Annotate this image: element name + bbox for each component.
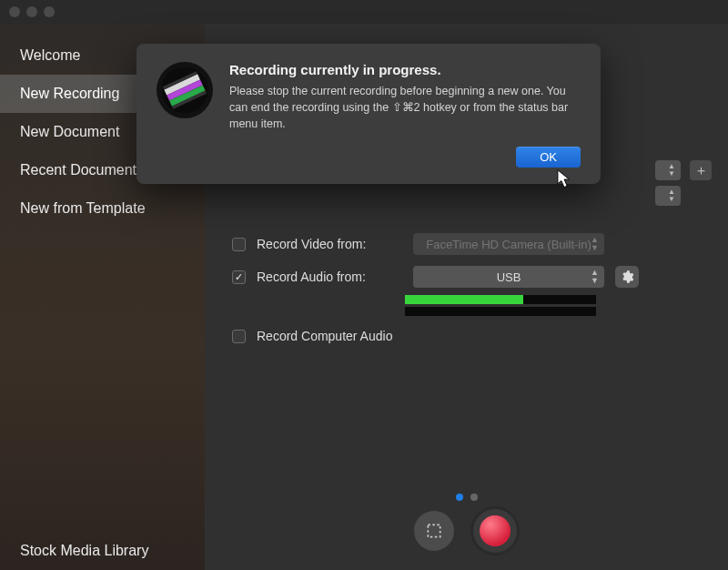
page-indicator [456,494,478,501]
audio-source-value: USB [497,270,521,284]
crop-selection-icon [425,522,443,540]
sidebar-item-stock-media-library[interactable]: Stock Media Library [0,532,205,570]
record-computer-audio-label: Record Computer Audio [257,329,392,343]
page-dot-1[interactable] [456,494,463,501]
recording-in-progress-dialog: Recording currently in progress. Please … [136,44,601,184]
audio-level-right [405,307,596,316]
video-source-value: FaceTime HD Camera (Built-in) [426,238,592,251]
close-traffic-light[interactable] [9,6,20,17]
record-audio-row: Record Audio from: USB ▲▼ [232,266,701,288]
screenflow-app-icon [157,62,213,118]
dialog-body: Recording currently in progress. Please … [229,62,581,168]
record-video-row: Record Video from: FaceTime HD Camera (B… [232,233,701,255]
record-button[interactable] [470,506,520,555]
record-video-checkbox[interactable] [232,238,246,251]
record-audio-label: Record Audio from: [257,270,402,284]
record-audio-checkbox[interactable] [232,270,246,284]
audio-source-select[interactable]: USB ▲▼ [413,266,604,288]
add-source-button[interactable]: ＋ [690,160,712,180]
plus-icon: ＋ [694,162,708,179]
record-icon [480,515,511,546]
background-select-stack: ▲▼ ▲▼ [655,160,681,206]
dialog-actions: OK [229,147,581,168]
window-titlebar [0,0,728,24]
sidebar-item-new-from-template[interactable]: New from Template [0,189,205,228]
page-dot-2[interactable] [470,494,478,501]
gear-icon [620,270,634,284]
svg-rect-0 [428,524,440,536]
video-source-select[interactable]: FaceTime HD Camera (Built-in) ▲▼ [413,233,604,255]
record-computer-audio-checkbox[interactable] [232,330,246,343]
record-video-label: Record Video from: [257,237,402,251]
zoom-traffic-light[interactable] [44,6,55,17]
dialog-message: Please stop the current recording before… [229,83,581,132]
capture-area-button[interactable] [414,511,454,551]
bg-select-2[interactable]: ▲▼ [655,186,681,206]
bottom-controls [414,506,520,555]
dialog-title: Recording currently in progress. [229,62,581,77]
ok-button[interactable]: OK [516,147,581,168]
record-computer-audio-row: Record Computer Audio [232,329,701,343]
minimize-traffic-light[interactable] [26,6,37,17]
audio-level-meter [405,295,596,316]
audio-settings-button[interactable] [615,266,639,288]
bg-select-1[interactable]: ▲▼ [655,160,681,180]
audio-level-left [405,295,596,304]
